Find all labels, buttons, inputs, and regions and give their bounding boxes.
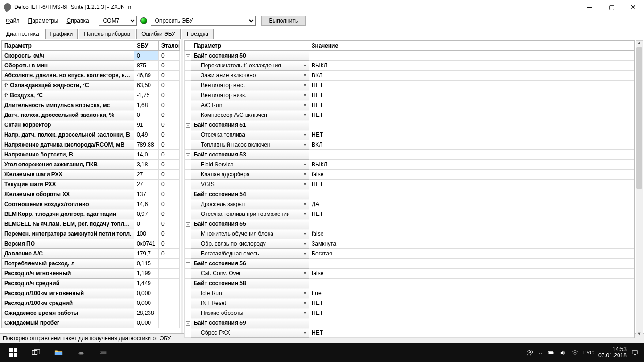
tree-toggle-icon[interactable]: - xyxy=(186,193,190,197)
status-param-cell[interactable]: Переключатель t° охлаждения ▾ xyxy=(191,61,309,71)
left-row[interactable]: Расход л/100км мгновенный0,000 xyxy=(2,288,180,298)
value-cell[interactable]: 27 xyxy=(134,170,159,180)
ref-cell[interactable]: 0 xyxy=(159,239,180,249)
status-value-cell[interactable]: ВЫКЛ xyxy=(309,61,634,71)
status-param-cell[interactable]: Cat. Conv. Over ▾ xyxy=(191,269,309,279)
value-cell[interactable]: 0,000 xyxy=(134,318,159,328)
left-grid[interactable]: ПараметрЭБУЭталон Скорость км/ч00Обороты… xyxy=(1,40,180,332)
status-value-cell[interactable]: НЕТ xyxy=(309,130,634,140)
status-value-cell[interactable]: НЕТ xyxy=(309,90,634,100)
scroll-up-icon[interactable]: ▲ xyxy=(636,41,643,47)
value-cell[interactable]: 28,238 xyxy=(134,308,159,318)
left-row[interactable]: Абсолютн. давлен. во впуск. коллекторе, … xyxy=(2,71,180,81)
status-value-cell[interactable]: false xyxy=(309,269,634,279)
left-col-1[interactable]: ЭБУ xyxy=(134,41,159,51)
param-cell[interactable]: Длительность импульса впрыска, мс xyxy=(2,100,134,110)
value-cell[interactable]: 1,199 xyxy=(134,269,159,279)
status-value-cell[interactable]: НЕТ xyxy=(309,100,634,110)
right-row[interactable]: Сброс РХХ ▾НЕТ xyxy=(185,328,634,338)
left-row[interactable]: Ожидаемое время работы28,238 xyxy=(2,308,180,318)
status-value-cell[interactable]: Замкнута xyxy=(309,239,634,249)
tree-spacer[interactable] xyxy=(185,308,191,318)
scroll-down-icon[interactable]: ▼ xyxy=(636,331,643,338)
tree-toggle-icon[interactable]: - xyxy=(186,54,190,58)
status-param-cell[interactable]: Топливный насос включен ▾ xyxy=(191,140,309,150)
tree-spacer[interactable] xyxy=(185,180,191,189)
value-cell[interactable]: 14,0 xyxy=(134,150,159,160)
left-row[interactable]: Угол опережения зажигания, ПКВ3,180 xyxy=(2,160,180,170)
start-button[interactable] xyxy=(2,343,25,344)
com-port-select[interactable]: COM7 xyxy=(99,16,137,26)
value-cell[interactable]: 0,49 xyxy=(134,130,159,140)
status-param-cell[interactable]: Отсечка топлива ▾ xyxy=(191,130,309,140)
ref-cell[interactable] xyxy=(159,288,180,298)
param-cell[interactable]: Расход л/100км мгновенный xyxy=(2,288,134,298)
ref-cell[interactable]: 0 xyxy=(159,229,180,239)
value-cell[interactable]: 14,6 xyxy=(134,199,159,209)
left-row[interactable]: Расход л/100км средний0,000 xyxy=(2,298,180,308)
tree-spacer[interactable] xyxy=(185,140,191,150)
left-row[interactable]: Скорость км/ч00 xyxy=(2,51,180,61)
tree-toggle-icon[interactable]: - xyxy=(186,153,190,157)
param-cell[interactable]: Желаемые обороты ХХ xyxy=(2,189,134,199)
left-row[interactable]: Давление А/С179,70 xyxy=(2,249,180,259)
scroll-thumb[interactable] xyxy=(636,47,642,189)
right-row[interactable]: A/C Run ▾НЕТ xyxy=(185,100,634,110)
status-param-cell[interactable]: Байт состояния 56 xyxy=(191,259,309,269)
right-row[interactable]: Отсечка топлива ▾НЕТ xyxy=(185,130,634,140)
right-row[interactable]: Дроссель закрыт ▾ДА xyxy=(185,199,634,209)
param-cell[interactable]: Напряжение бортсети, В xyxy=(2,150,134,160)
left-row[interactable]: Напряжение бортсети, В14,00 xyxy=(2,150,180,160)
tab-1[interactable]: Графики xyxy=(45,29,78,39)
left-row[interactable]: t° Охлаждающей жидкости, °С63,500 xyxy=(2,81,180,90)
tab-0[interactable]: Диагностика xyxy=(1,29,44,39)
status-value-cell[interactable]: НЕТ xyxy=(309,110,634,120)
right-row[interactable]: Богатая/бедная смесь ▾Богатая xyxy=(185,249,634,259)
status-param-cell[interactable]: Field Service ▾ xyxy=(191,160,309,170)
ref-cell[interactable] xyxy=(159,269,180,279)
explorer-taskbar-button[interactable] xyxy=(47,343,70,344)
ref-cell[interactable] xyxy=(159,279,180,288)
status-value-cell[interactable] xyxy=(309,259,634,269)
tree-spacer[interactable] xyxy=(185,130,191,140)
value-cell[interactable]: 0,97 xyxy=(134,209,159,219)
left-row[interactable]: Напряжение датчика кислорода/RCOM, мВ789… xyxy=(2,140,180,150)
value-cell[interactable]: 1,68 xyxy=(134,100,159,110)
left-row[interactable]: BLMCELL № яч.пам. BLM, рег. подачу топли… xyxy=(2,219,180,229)
tree-toggle-icon[interactable]: - xyxy=(186,262,190,266)
tree-spacer[interactable] xyxy=(185,81,191,90)
ref-cell[interactable]: 0 xyxy=(159,160,180,170)
param-cell[interactable]: BLMCELL № яч.пам. BLM, рег. подачу топли… xyxy=(2,219,134,229)
param-cell[interactable]: Расход л/ч средний xyxy=(2,279,134,288)
taskview-button[interactable] xyxy=(25,343,47,344)
left-row[interactable]: Расход л/ч мгновенный1,199 xyxy=(2,269,180,279)
param-cell[interactable]: Напряжение датчика кислорода/RCOM, мВ xyxy=(2,140,134,150)
ref-cell[interactable] xyxy=(159,298,180,308)
status-param-cell[interactable]: Множитель обучения блока ▾ xyxy=(191,229,309,239)
right-row[interactable]: -Байт состояния 59 xyxy=(185,318,634,328)
value-cell[interactable]: 63,50 xyxy=(134,81,159,90)
ref-cell[interactable]: 0 xyxy=(159,71,180,81)
value-cell[interactable]: 100 xyxy=(134,229,159,239)
left-row[interactable]: Потребляемый расход, л0,115 xyxy=(2,259,180,269)
param-cell[interactable]: Желаемые шаги РХХ xyxy=(2,170,134,180)
ref-cell[interactable]: 0 xyxy=(159,199,180,209)
status-value-cell[interactable] xyxy=(309,318,634,328)
right-row[interactable]: Компрессор А/С включен ▾НЕТ xyxy=(185,110,634,120)
ref-cell[interactable]: 0 xyxy=(159,170,180,180)
minimize-button[interactable]: ─ xyxy=(579,0,601,14)
status-param-cell[interactable]: Дроссель закрыт ▾ xyxy=(191,199,309,209)
right-row[interactable]: INT Reset ▾НЕТ xyxy=(185,298,634,308)
right-grid[interactable]: ПараметрЗначение -Байт состояния 50Перек… xyxy=(184,40,635,338)
right-scrollbar[interactable]: ▲ ▼ xyxy=(636,40,643,338)
tree-spacer[interactable] xyxy=(185,100,191,110)
ref-cell[interactable]: 0 xyxy=(159,110,180,120)
app-taskbar-button-1[interactable] xyxy=(70,343,92,344)
right-row[interactable]: -Байт состояния 55 xyxy=(185,219,634,229)
left-row[interactable]: Обороты в мин8750 xyxy=(2,61,180,71)
status-param-cell[interactable]: Байт состояния 51 xyxy=(191,120,309,130)
ref-cell[interactable]: 0 xyxy=(159,189,180,199)
execute-button[interactable]: Выполнить xyxy=(261,16,306,26)
value-cell[interactable]: 0 xyxy=(134,219,159,229)
right-row[interactable]: Field Service ▾ВЫКЛ xyxy=(185,160,634,170)
